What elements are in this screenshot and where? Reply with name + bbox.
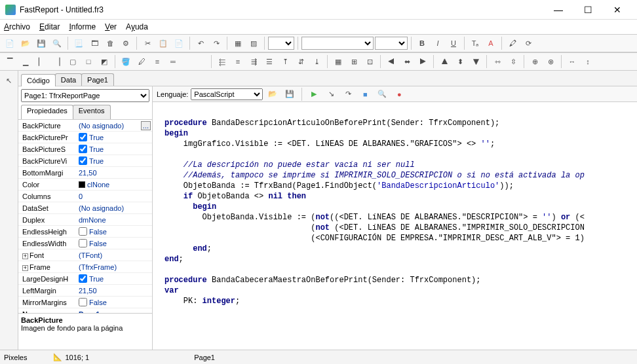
fontcond-icon[interactable]: Tₐ xyxy=(468,36,482,50)
align-right-icon[interactable]: ⇶ xyxy=(246,54,261,69)
prop-row-EndlessHeigh[interactable]: EndlessHeighFalse xyxy=(18,226,152,238)
prop-check[interactable] xyxy=(79,227,87,236)
frame-all-icon[interactable]: ▢ xyxy=(66,54,80,69)
subtab-propiedades[interactable]: Propiedades xyxy=(21,105,73,119)
code-breakpoint-icon[interactable]: ● xyxy=(392,87,406,101)
frame-bottom-icon[interactable]: ▁ xyxy=(18,54,33,69)
cut-icon[interactable]: ✂ xyxy=(140,36,155,50)
objalign-left-icon[interactable]: ⯇ xyxy=(384,54,398,69)
redo-icon[interactable]: ↷ xyxy=(209,36,223,50)
menu-ayuda[interactable]: Ayuda xyxy=(126,22,148,31)
align-justify-icon[interactable]: ☰ xyxy=(262,54,277,69)
property-grid[interactable]: BackPicture(No asignado)...BackPicturePr… xyxy=(18,119,152,313)
prop-row-EndlessWidth[interactable]: EndlessWidthFalse xyxy=(18,238,152,249)
italic-icon[interactable]: I xyxy=(431,36,445,50)
objalign-right-icon[interactable]: ⯈ xyxy=(415,54,430,69)
menu-archivo[interactable]: Archivo xyxy=(4,22,30,31)
align-bottom-icon[interactable]: ⤓ xyxy=(309,54,324,69)
prop-check[interactable] xyxy=(79,298,87,306)
prop-check[interactable] xyxy=(79,133,87,141)
code-stepover-icon[interactable]: ↷ xyxy=(341,87,355,101)
prop-row-MirrorMargins[interactable]: MirrorMarginsFalse xyxy=(18,297,152,308)
objalign-vcenter-icon[interactable]: ⬍ xyxy=(453,54,467,69)
close-button[interactable]: ✕ xyxy=(603,1,632,19)
grid-align-icon[interactable]: ⊞ xyxy=(347,54,361,69)
prop-row-LargeDesignH[interactable]: LargeDesignHTrue xyxy=(18,273,152,285)
framestyle-icon[interactable]: ≡ xyxy=(150,54,164,69)
code-run-icon[interactable]: ▶ xyxy=(307,87,321,101)
tab-data[interactable]: Data xyxy=(55,73,82,86)
code-save-icon[interactable]: 💾 xyxy=(282,87,297,101)
prop-check[interactable] xyxy=(79,156,87,165)
prop-row-LeftMargin[interactable]: LeftMargin21,50 xyxy=(18,285,152,297)
ungroup-icon[interactable]: ▨ xyxy=(246,36,261,50)
frame-shadow-icon[interactable]: ◩ xyxy=(97,54,111,69)
select-tool-icon[interactable]: ↖ xyxy=(2,73,16,88)
menu-ver[interactable]: Ver xyxy=(105,22,117,31)
prop-row-Duplex[interactable]: DuplexdmNone xyxy=(18,214,152,226)
tab-page1[interactable]: Page1 xyxy=(81,73,114,86)
lang-combo[interactable]: PascalScript xyxy=(191,88,263,100)
prop-row-Frame[interactable]: +Frame(TfrxFrame) xyxy=(18,261,152,273)
paste-icon[interactable]: 📄 xyxy=(172,36,186,50)
space-v-icon[interactable]: ⇳ xyxy=(506,54,520,69)
grid-fit-icon[interactable]: ⊡ xyxy=(362,54,377,69)
code-open-icon[interactable]: 📂 xyxy=(265,87,280,101)
maximize-button[interactable]: ☐ xyxy=(573,1,602,19)
menu-editar[interactable]: Editar xyxy=(39,22,60,31)
group-icon[interactable]: ▦ xyxy=(231,36,245,50)
sameheight-icon[interactable]: ↕ xyxy=(581,54,595,69)
prop-row-BackPicturePr[interactable]: BackPicturePrTrue xyxy=(18,132,152,143)
align-left-icon[interactable]: ⬱ xyxy=(215,54,229,69)
prop-row-BottomMargi[interactable]: BottomMargi21,50 xyxy=(18,167,152,179)
fontsize-combo[interactable] xyxy=(375,37,408,50)
save-icon[interactable]: 💾 xyxy=(34,36,48,50)
align-center-icon[interactable]: ≡ xyxy=(231,54,245,69)
prop-row-Columns[interactable]: Columns0 xyxy=(18,191,152,202)
zoom-combo[interactable] xyxy=(268,37,294,50)
code-stop-icon[interactable]: ■ xyxy=(358,87,372,101)
prop-row-Name[interactable]: NamePage1 xyxy=(18,308,152,313)
frame-left-icon[interactable]: ▏ xyxy=(34,54,48,69)
grid-show-icon[interactable]: ▦ xyxy=(331,54,345,69)
tab-codigo[interactable]: Código xyxy=(21,74,56,86)
font-combo[interactable] xyxy=(301,37,374,50)
code-stepinto-icon[interactable]: ↘ xyxy=(324,87,338,101)
underline-icon[interactable]: U xyxy=(446,36,461,50)
framewidth-icon[interactable]: ═ xyxy=(166,54,180,69)
pagesettings-icon[interactable]: ⚙ xyxy=(119,36,133,50)
prop-check[interactable] xyxy=(79,145,87,153)
objalign-hcenter-icon[interactable]: ⬌ xyxy=(400,54,414,69)
bold-icon[interactable]: B xyxy=(415,36,429,50)
prop-row-BackPictureS[interactable]: BackPictureSTrue xyxy=(18,143,152,155)
subtab-eventos[interactable]: Eventos xyxy=(73,105,111,119)
rotate-icon[interactable]: ⟳ xyxy=(521,36,535,50)
objalign-top-icon[interactable]: ⯅ xyxy=(437,54,452,69)
fontcolor-icon[interactable]: A xyxy=(484,36,498,50)
minimize-button[interactable]: — xyxy=(544,1,573,19)
samewidth-icon[interactable]: ↔ xyxy=(565,54,579,69)
space-h-icon[interactable]: ⇿ xyxy=(490,54,505,69)
prop-check[interactable] xyxy=(79,274,87,283)
objalign-bottom-icon[interactable]: ⯆ xyxy=(469,54,483,69)
deletepage-icon[interactable]: 🗑 xyxy=(103,36,117,50)
align-middle-icon[interactable]: ⇵ xyxy=(294,54,308,69)
frame-right-icon[interactable]: ▕ xyxy=(50,54,64,69)
align-top-icon[interactable]: ⤒ xyxy=(278,54,292,69)
copy-icon[interactable]: 📋 xyxy=(156,36,170,50)
undo-icon[interactable]: ↶ xyxy=(193,36,208,50)
prop-check[interactable] xyxy=(79,239,87,247)
prop-row-DataSet[interactable]: DataSet(No asignado) xyxy=(18,202,152,214)
code-editor[interactable]: procedure BandaDescripcionArticuloOnBefo… xyxy=(153,102,637,350)
menu-informe[interactable]: Informe xyxy=(69,22,96,31)
prop-row-Font[interactable]: +Font(TFont) xyxy=(18,249,152,261)
prop-ellipsis-button[interactable]: ... xyxy=(141,121,151,130)
centerv-icon[interactable]: ⊗ xyxy=(543,54,558,69)
new-icon[interactable]: 📄 xyxy=(3,36,17,50)
code-eval-icon[interactable]: 🔍 xyxy=(375,87,389,101)
open-icon[interactable]: 📂 xyxy=(18,36,33,50)
preview-icon[interactable]: 🔍 xyxy=(50,36,64,50)
prop-row-BackPictureVi[interactable]: BackPictureViTrue xyxy=(18,155,152,167)
prop-row-Color[interactable]: ColorclNone xyxy=(18,179,152,191)
frame-none-icon[interactable]: □ xyxy=(81,54,96,69)
